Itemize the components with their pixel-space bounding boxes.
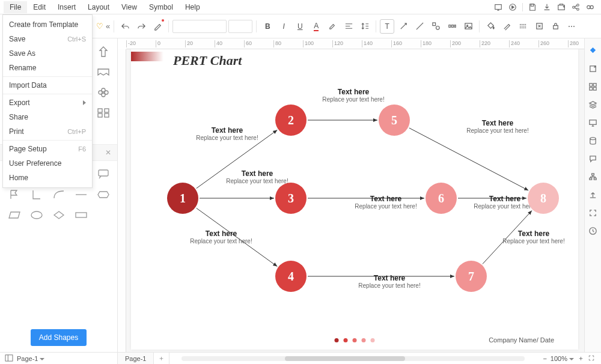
edge-label[interactable]: Text hereReplace your text here! — [311, 88, 395, 103]
edge-label[interactable]: Text hereReplace your text here! — [492, 229, 576, 244]
edge-label[interactable]: Text hereReplace your text here! — [185, 126, 269, 141]
file-create-from-template[interactable]: Create from Template — [3, 17, 92, 32]
format-painter-button[interactable] — [150, 19, 165, 34]
line-spacing-button[interactable] — [358, 19, 372, 34]
font-color-button[interactable]: A — [309, 19, 323, 34]
file-import-data[interactable]: Import Data — [3, 78, 92, 93]
file-export[interactable]: Export — [3, 96, 92, 110]
slideshow-icon[interactable] — [587, 117, 599, 129]
pert-line[interactable] — [72, 186, 90, 203]
shapes-button[interactable] — [429, 19, 443, 34]
file-home[interactable]: Home — [3, 171, 92, 185]
page-layout-icon[interactable] — [5, 354, 13, 363]
share-icon[interactable] — [569, 1, 583, 13]
distribute-button[interactable] — [445, 19, 459, 34]
edge-label[interactable]: Text hereReplace your text here! — [347, 274, 432, 289]
play-icon[interactable] — [505, 1, 520, 13]
settings-icon[interactable] — [583, 1, 597, 13]
pert-node-6[interactable]: 6 — [426, 183, 457, 214]
zoom-level[interactable]: 100% — [551, 355, 574, 362]
underline-button[interactable]: U — [293, 19, 307, 34]
highlight-button[interactable] — [325, 19, 340, 34]
menu-view[interactable]: View — [115, 1, 143, 13]
file-page-setup[interactable]: Page SetupF6 — [3, 142, 92, 156]
pert-callout[interactable] — [94, 166, 112, 183]
clear-format-button[interactable] — [532, 19, 546, 34]
font-name-input[interactable] — [172, 20, 227, 33]
undo-button[interactable] — [118, 19, 132, 34]
edge-label[interactable]: Text hereReplace your text here! — [456, 119, 540, 134]
file-rename[interactable]: Rename — [3, 61, 92, 75]
data-icon[interactable] — [587, 135, 599, 147]
export-icon[interactable] — [587, 62, 599, 74]
bold-button[interactable]: B — [260, 19, 275, 34]
pert-node-3[interactable]: 3 — [275, 183, 307, 214]
pert-node-8[interactable]: 8 — [528, 183, 559, 214]
fill-icon[interactable] — [587, 44, 599, 56]
horizontal-scrollbar[interactable] — [182, 356, 525, 361]
file-save-as[interactable]: Save As — [3, 46, 92, 61]
zoom-out-button[interactable]: − — [543, 355, 546, 362]
line-style-button[interactable] — [516, 19, 530, 34]
page-tab-1[interactable]: Page-1 — [118, 353, 154, 364]
save-icon[interactable] — [525, 1, 540, 13]
edge-label[interactable]: Text hereReplace your text here! — [344, 195, 428, 210]
line-color-button[interactable] — [499, 19, 514, 34]
font-size-input[interactable] — [228, 20, 252, 33]
shape-grid[interactable] — [94, 105, 112, 121]
pert-ellipse[interactable] — [27, 207, 46, 223]
image-button[interactable] — [461, 19, 475, 34]
menu-insert[interactable]: Insert — [52, 1, 82, 13]
pert-flag[interactable] — [5, 186, 23, 203]
menu-file[interactable]: File — [4, 1, 27, 13]
align-button[interactable] — [341, 19, 356, 34]
pert-rect[interactable] — [72, 207, 90, 223]
fill-color-button[interactable] — [483, 19, 498, 34]
pert-hex[interactable] — [94, 186, 112, 203]
org-icon[interactable] — [587, 171, 599, 183]
shape-flower[interactable] — [94, 84, 112, 101]
pert-node-7[interactable]: 7 — [456, 261, 487, 292]
text-tool-button[interactable]: T — [380, 19, 394, 34]
grid-icon[interactable] — [587, 80, 599, 93]
file-save[interactable]: SaveCtrl+S — [3, 32, 92, 46]
shape-banner[interactable] — [94, 64, 112, 80]
menu-help[interactable]: Help — [179, 1, 206, 13]
presentation-icon[interactable] — [491, 1, 505, 13]
pert-node-5[interactable]: 5 — [379, 105, 410, 136]
more-button[interactable]: ⋯ — [564, 19, 579, 34]
expand-icon[interactable] — [587, 207, 599, 219]
file-share[interactable]: Share — [3, 110, 92, 124]
redo-button[interactable] — [134, 19, 148, 34]
pert-node-2[interactable]: 2 — [275, 105, 307, 136]
add-shapes-button[interactable]: Add Shapes — [31, 329, 87, 346]
zoom-in-button[interactable]: ＋ — [578, 354, 584, 363]
upload-icon[interactable] — [587, 189, 599, 201]
chat-icon[interactable] — [587, 153, 599, 165]
connector-button[interactable] — [396, 19, 410, 34]
add-page-button[interactable]: ＋ — [154, 353, 169, 364]
menu-edit[interactable]: Edit — [27, 1, 52, 13]
history-icon[interactable] — [587, 225, 599, 237]
edge-label[interactable]: Text hereReplace your text here! — [215, 169, 299, 184]
pert-node-4[interactable]: 4 — [275, 261, 307, 292]
page-selector[interactable]: Page-1 — [17, 355, 44, 362]
page[interactable]: PERT Chart Text hereReplace your text he… — [131, 49, 578, 350]
file-user-preference[interactable]: User Preference — [3, 156, 92, 171]
pert-para[interactable] — [5, 207, 23, 223]
canvas[interactable]: PERT Chart Text hereReplace your text he… — [126, 49, 584, 352]
open-icon[interactable] — [554, 1, 569, 13]
page-footer-text[interactable]: Company Name/ Date — [489, 336, 554, 344]
download-icon[interactable] — [540, 1, 554, 13]
fullscreen-icon[interactable] — [588, 354, 595, 363]
menu-layout[interactable]: Layout — [82, 1, 115, 13]
file-print[interactable]: PrintCtrl+P — [3, 124, 92, 139]
shape-arrow-up[interactable] — [94, 43, 112, 60]
pert-node-1[interactable]: 1 — [167, 183, 198, 214]
edge-label[interactable]: Text hereReplace your text here! — [179, 229, 263, 244]
pert-curve[interactable] — [49, 186, 68, 203]
collapse-left-icon[interactable]: « — [106, 22, 110, 31]
italic-button[interactable]: I — [276, 19, 291, 34]
line-button[interactable] — [412, 19, 427, 34]
pert-bracket[interactable] — [27, 186, 46, 203]
